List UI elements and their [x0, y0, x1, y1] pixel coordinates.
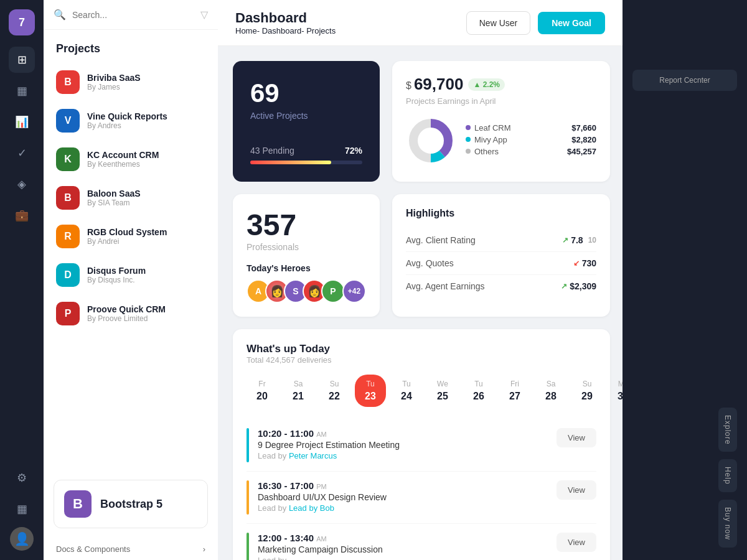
bootstrap-icon: B: [64, 490, 92, 518]
event-details-1: 10:20 - 11:00 AM 9 Degree Project Estima…: [258, 428, 400, 460]
new-goal-button[interactable]: New Goal: [538, 12, 605, 34]
event-item-1: 10:20 - 11:00 AM 9 Degree Project Estima…: [247, 419, 596, 472]
event-details-3: 12:00 - 13:40 AM Marketing Campaign Disc…: [258, 533, 383, 560]
calendar-day[interactable]: Mo 30: [608, 375, 622, 407]
event-lead-link-2[interactable]: Lead by Bob: [289, 503, 334, 513]
calendar-day[interactable]: Tu 23: [355, 375, 386, 407]
active-projects-bottom: 43 Pending 72%: [250, 146, 362, 164]
sidebar-icon-briefcase[interactable]: 💼: [9, 202, 35, 228]
cal-day-name: Tu: [366, 380, 375, 388]
project-name: Disqus Forum: [87, 266, 146, 276]
hero-avatar-p: P: [321, 279, 345, 303]
project-item[interactable]: K KC Account CRM By Keenthemes: [44, 140, 218, 179]
buy-now-button[interactable]: Buy now: [718, 500, 737, 548]
cal-day-num: 20: [256, 391, 268, 402]
event-lead-1: Lead by Peter Marcus: [258, 451, 400, 460]
project-logo: B: [56, 70, 80, 94]
project-item[interactable]: D Disqus Forum By Disqus Inc.: [44, 256, 218, 294]
agent-earnings-value: $2,309: [570, 281, 596, 291]
project-info: Vine Quick Reports By Andres: [87, 111, 167, 130]
event-title-2: Dashboard UI/UX Design Review: [258, 492, 387, 502]
sidebar-icon-chart[interactable]: 📊: [9, 109, 35, 135]
event-view-button-1[interactable]: View: [557, 428, 596, 447]
sidebar-user-avatar[interactable]: 👤: [10, 527, 34, 551]
dollar-sign: $: [406, 80, 411, 91]
sidebar-icon-grid2[interactable]: ▦: [9, 496, 35, 522]
sidebar-icon-dashboard[interactable]: ⊞: [9, 47, 35, 73]
project-item[interactable]: B Baloon SaaS By SIA Team: [44, 179, 218, 217]
project-by: By Proove Limited: [87, 314, 166, 323]
explore-button[interactable]: Explore: [718, 408, 737, 452]
calendar-day[interactable]: Tu 26: [463, 375, 494, 407]
cal-day-name: Sa: [547, 380, 556, 388]
cal-day-num: 29: [581, 391, 593, 402]
project-info: Disqus Forum By Disqus Inc.: [87, 266, 146, 284]
whatsup-card: What's up Today Total 424,567 deliveries…: [233, 329, 610, 560]
sidebar-icon-check[interactable]: ✓: [9, 140, 35, 166]
calendar-day[interactable]: Fr 20: [247, 375, 278, 407]
filter-icon[interactable]: ▽: [200, 9, 208, 21]
event-time-2: 16:30 - 17:00 PM: [258, 480, 387, 491]
new-user-button[interactable]: New User: [466, 11, 530, 35]
earnings-val-mivy: $2,820: [571, 135, 596, 144]
project-item[interactable]: R RGB Cloud System By Andrei: [44, 217, 218, 256]
highlight-label-quotes: Avg. Quotes: [406, 258, 454, 268]
earnings-label: Projects Earnings in April: [406, 96, 596, 106]
projects-title: Projects: [44, 30, 218, 63]
pending-percent: 72%: [345, 146, 362, 156]
highlight-value-quotes: ↙ 730: [573, 258, 596, 268]
calendar-day[interactable]: Tu 24: [391, 375, 422, 407]
sidebar-user-number[interactable]: 7: [9, 9, 35, 35]
project-item[interactable]: V Vine Quick Reports By Andres: [44, 101, 218, 140]
project-name: Briviba SaaS: [87, 73, 141, 83]
page-title: Dashboard: [235, 10, 336, 26]
calendar-day[interactable]: Su 29: [571, 375, 603, 407]
progress-fill: [250, 161, 331, 164]
bootstrap-promo[interactable]: B Bootstrap 5: [54, 480, 208, 528]
sidebar-icon-settings[interactable]: ⚙: [9, 465, 35, 491]
whatsup-subtitle: Total 424,567 deliveries: [247, 355, 596, 365]
project-by: By Andrei: [87, 237, 167, 246]
rating-sub: 10: [588, 236, 596, 245]
whatsup-header: What's up Today Total 424,567 deliveries: [247, 343, 596, 365]
cal-day-num: 25: [437, 391, 448, 402]
project-info: Briviba SaaS By James: [87, 73, 141, 91]
calendar-day[interactable]: Fri 27: [499, 375, 530, 407]
cal-day-num: 26: [473, 391, 484, 402]
legend-label-mivy: Mivy App: [474, 135, 507, 144]
heroes-avatars: A 👩 S 👩 P +42: [247, 279, 366, 303]
calendar-day[interactable]: We 25: [427, 375, 458, 407]
project-info: Baloon SaaS By SIA Team: [87, 189, 141, 207]
event-details-2: 16:30 - 17:00 PM Dashboard UI/UX Design …: [258, 480, 387, 513]
cal-day-num: 30: [618, 391, 622, 402]
project-item[interactable]: P Proove Quick CRM By Proove Limited: [44, 294, 218, 333]
event-bar-3: [247, 533, 249, 560]
report-center-button[interactable]: Report Cecnter: [632, 70, 737, 91]
earnings-legend: Leaf CRM Mivy App Others: [466, 123, 557, 159]
event-view-button-3[interactable]: View: [557, 533, 596, 552]
calendar-day[interactable]: Su 22: [319, 375, 350, 407]
project-logo: V: [56, 109, 80, 133]
event-item-3: 12:00 - 13:40 AM Marketing Campaign Disc…: [247, 524, 596, 560]
sidebar-icon-grid[interactable]: ▦: [9, 78, 35, 104]
breadcrumb: Home- Dashboard- Projects: [235, 26, 336, 35]
event-title-3: Marketing Campaign Discussion: [258, 544, 383, 554]
project-logo: D: [56, 263, 80, 287]
calendar-day[interactable]: Sa 28: [535, 375, 566, 407]
event-lead-2: Lead by Lead by Bob: [258, 503, 387, 513]
highlight-label-earnings: Avg. Agent Earnings: [406, 281, 485, 291]
cal-day-num: 21: [293, 391, 304, 402]
earnings-val-others: $45,257: [567, 147, 596, 156]
event-lead-3: Lead by: [258, 556, 383, 560]
sidebar-icon-layers[interactable]: ◈: [9, 171, 35, 197]
breadcrumb-home: Home-: [235, 26, 260, 35]
docs-link[interactable]: Docs & Components ›: [44, 538, 218, 560]
event-lead-link-1[interactable]: Peter Marcus: [289, 451, 337, 460]
sidebar: 7 ⊞ ▦ 📊 ✓ ◈ 💼 ⚙ ▦ 👤: [0, 0, 44, 560]
cal-day-name: Su: [583, 380, 592, 388]
project-item[interactable]: B Briviba SaaS By James: [44, 63, 218, 101]
search-input[interactable]: [72, 10, 194, 20]
event-view-button-2[interactable]: View: [557, 480, 596, 500]
calendar-day[interactable]: Sa 21: [283, 375, 314, 407]
help-button[interactable]: Help: [718, 459, 737, 492]
